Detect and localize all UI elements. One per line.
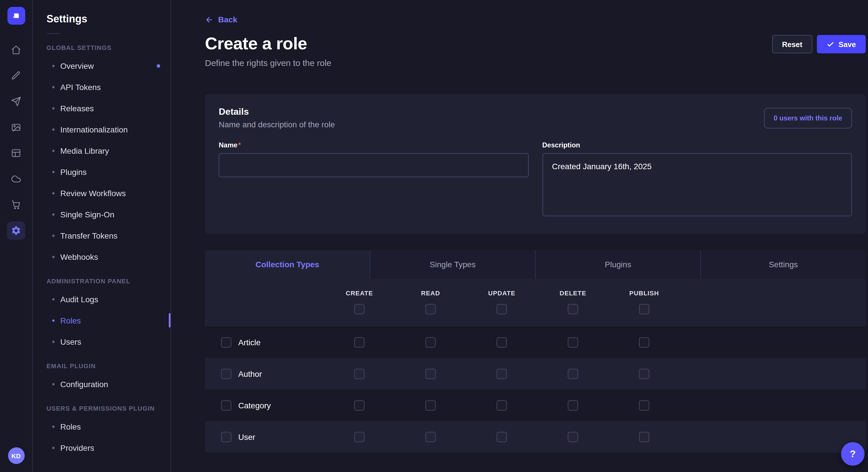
settings-gear-icon[interactable] [7,222,25,240]
layout-icon[interactable] [7,144,25,162]
pen-icon[interactable] [7,67,25,85]
sidebar-item-overview[interactable]: Overview [33,55,170,76]
row-name-cell: User [205,432,324,442]
row-select-checkbox[interactable] [221,369,231,379]
sidebar-item-providers[interactable]: Providers [33,437,170,458]
users-permissions-list: Roles Providers [33,416,170,458]
row-select-checkbox[interactable] [221,400,231,410]
details-card: Details Name and description of the role… [205,94,866,234]
sidebar-item-label: Media Library [60,146,109,155]
permission-checkbox[interactable] [497,337,507,347]
arrow-left-icon [205,15,214,24]
section-label-global-settings: GLOBAL SETTINGS [33,44,170,51]
sidebar-item-api-tokens[interactable]: API Tokens [33,76,170,98]
sidebar-item-configuration[interactable]: Configuration [33,373,170,395]
bullet-icon [52,298,55,300]
sidebar-item-review-workflows[interactable]: Review Workflows [33,182,170,204]
tab-single-types[interactable]: Single Types [370,250,535,279]
permission-checkbox[interactable] [568,337,578,347]
tab-collection-types[interactable]: Collection Types [205,250,370,279]
sidebar-item-transfer-tokens[interactable]: Transfer Tokens [33,225,170,246]
strapi-glyph-icon [11,11,21,20]
sidebar-item-releases[interactable]: Releases [33,98,170,119]
page-header: Create a role Define the rights given to… [205,34,866,68]
save-button[interactable]: Save [817,35,866,53]
name-label-text: Name [219,141,237,149]
select-all-read-checkbox[interactable] [425,304,436,314]
permission-checkbox[interactable] [425,369,436,379]
sidebar-item-label: Roles [60,422,81,431]
description-textarea[interactable]: Created January 16th, 2025 [542,153,852,216]
select-all-create-checkbox[interactable] [354,304,365,314]
sidebar-item-roles-admin[interactable]: Roles [33,310,170,331]
row-label: Category [238,401,271,410]
sidebar-item-label: Configuration [60,379,108,389]
name-field-group: Name* [219,141,528,218]
strapi-logo-icon[interactable] [7,7,25,25]
permission-checkbox[interactable] [639,432,649,442]
permission-checkbox[interactable] [568,400,578,410]
sidebar-item-internationalization[interactable]: Internationalization [33,119,170,140]
cell-delete [537,400,609,410]
permission-checkbox[interactable] [497,432,507,442]
permission-checkbox[interactable] [568,432,578,442]
select-all-update-checkbox[interactable] [497,304,507,314]
bullet-icon [52,107,55,109]
sidebar-item-webhooks[interactable]: Webhooks [33,246,170,267]
details-title: Details [219,107,335,117]
help-button[interactable]: ? [841,442,865,466]
bullet-icon [52,446,55,449]
tab-plugins[interactable]: Plugins [535,250,701,279]
cloud-icon[interactable] [7,170,25,188]
select-all-delete-checkbox[interactable] [568,304,578,314]
sidebar-item-roles-up[interactable]: Roles [33,416,170,437]
permissions-card: Collection Types Single Types Plugins Se… [205,250,866,452]
sidebar-item-users[interactable]: Users [33,331,170,352]
permission-checkbox[interactable] [639,337,649,347]
cell-publish [609,432,680,442]
bullet-icon [52,171,55,173]
permission-checkbox[interactable] [639,400,649,410]
home-icon[interactable] [7,41,25,59]
permission-checkbox[interactable] [354,432,365,442]
sidebar-item-single-sign-on[interactable]: Single Sign-On [33,204,170,225]
section-label-users-permissions-plugin: USERS & PERMISSIONS PLUGIN [33,405,170,412]
reset-button[interactable]: Reset [772,35,812,53]
avatar[interactable]: KD [8,447,24,464]
back-link[interactable]: Back [205,15,237,24]
email-plugin-list: Configuration [33,373,170,395]
rail-icon-list [7,41,25,240]
back-label: Back [218,15,237,24]
cell-update [466,369,537,379]
permission-checkbox[interactable] [425,400,436,410]
sidebar-item-label: Audit Logs [60,295,98,304]
permission-checkbox[interactable] [425,337,436,347]
sidebar-item-audit-logs[interactable]: Audit Logs [33,289,170,310]
permission-checkbox[interactable] [497,369,507,379]
paper-plane-icon[interactable] [7,92,25,111]
column-label-publish: PUBLISH [629,290,659,297]
permission-checkbox[interactable] [639,369,649,379]
name-input[interactable] [219,153,528,177]
section-label-email-plugin: EMAIL PLUGIN [33,363,170,369]
bullet-icon [52,149,55,152]
permission-checkbox[interactable] [354,400,365,410]
permission-checkbox[interactable] [425,432,436,442]
sidebar-item-media-library[interactable]: Media Library [33,140,170,161]
row-select-checkbox[interactable] [221,432,231,442]
row-name-cell: Article [205,337,324,347]
permission-checkbox[interactable] [354,369,365,379]
permission-checkbox[interactable] [354,337,365,347]
tab-settings[interactable]: Settings [701,250,866,279]
select-all-publish-checkbox[interactable] [639,304,649,314]
media-library-icon[interactable] [7,118,25,136]
bullet-icon [52,425,55,428]
users-with-role-button[interactable]: 0 users with this role [764,107,852,128]
permission-checkbox[interactable] [497,400,507,410]
cart-icon[interactable] [7,196,25,214]
permission-checkbox[interactable] [568,369,578,379]
page-header-text: Create a role Define the rights given to… [205,34,331,68]
permissions-tabs: Collection Types Single Types Plugins Se… [205,250,866,279]
row-select-checkbox[interactable] [221,337,231,347]
sidebar-item-plugins[interactable]: Plugins [33,161,170,182]
